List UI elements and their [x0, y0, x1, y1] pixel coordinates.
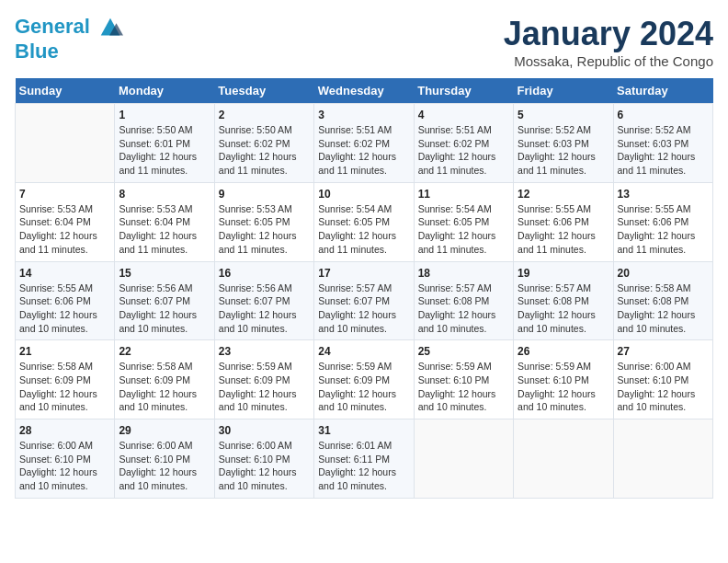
- day-info: Sunrise: 5:58 AM Sunset: 6:09 PM Dayligh…: [119, 360, 210, 414]
- calendar-cell: 7Sunrise: 5:53 AM Sunset: 6:04 PM Daylig…: [16, 182, 115, 261]
- day-info: Sunrise: 5:59 AM Sunset: 6:09 PM Dayligh…: [318, 360, 409, 414]
- day-info: Sunrise: 5:58 AM Sunset: 6:09 PM Dayligh…: [19, 360, 110, 414]
- day-info: Sunrise: 5:55 AM Sunset: 6:06 PM Dayligh…: [518, 202, 609, 257]
- day-info: Sunrise: 5:59 AM Sunset: 6:10 PM Dayligh…: [518, 360, 609, 414]
- day-info: Sunrise: 5:55 AM Sunset: 6:06 PM Dayligh…: [618, 202, 709, 257]
- day-info: Sunrise: 5:59 AM Sunset: 6:09 PM Dayligh…: [219, 360, 310, 414]
- month-year-title: January 2024: [504, 15, 713, 53]
- calendar-week-1: 1Sunrise: 5:50 AM Sunset: 6:01 PM Daylig…: [16, 104, 713, 183]
- day-number: 3: [318, 109, 409, 121]
- day-number: 19: [518, 267, 609, 280]
- weekday-header-friday: Friday: [514, 78, 613, 104]
- day-info: Sunrise: 5:56 AM Sunset: 6:07 PM Dayligh…: [219, 282, 310, 336]
- day-info: Sunrise: 5:55 AM Sunset: 6:06 PM Dayligh…: [19, 282, 110, 336]
- weekday-header-wednesday: Wednesday: [314, 78, 414, 104]
- calendar-cell: 25Sunrise: 5:59 AM Sunset: 6:10 PM Dayli…: [414, 340, 513, 419]
- day-number: 6: [618, 109, 709, 121]
- calendar-table: SundayMondayTuesdayWednesdayThursdayFrid…: [15, 78, 713, 499]
- day-number: 8: [119, 188, 210, 201]
- logo-subtext: Blue: [15, 40, 123, 63]
- calendar-cell: 22Sunrise: 5:58 AM Sunset: 6:09 PM Dayli…: [115, 340, 214, 419]
- day-number: 13: [618, 188, 709, 201]
- calendar-week-4: 21Sunrise: 5:58 AM Sunset: 6:09 PM Dayli…: [16, 340, 713, 419]
- calendar-cell: [16, 104, 115, 183]
- day-number: 22: [119, 345, 210, 358]
- calendar-cell: 23Sunrise: 5:59 AM Sunset: 6:09 PM Dayli…: [214, 340, 313, 419]
- day-info: Sunrise: 5:50 AM Sunset: 6:02 PM Dayligh…: [219, 123, 310, 178]
- calendar-week-3: 14Sunrise: 5:55 AM Sunset: 6:06 PM Dayli…: [16, 261, 713, 340]
- calendar-cell: 5Sunrise: 5:52 AM Sunset: 6:03 PM Daylig…: [514, 104, 613, 183]
- day-info: Sunrise: 5:50 AM Sunset: 6:01 PM Dayligh…: [119, 123, 210, 178]
- weekday-header-sunday: Sunday: [16, 78, 115, 104]
- day-info: Sunrise: 5:58 AM Sunset: 6:08 PM Dayligh…: [618, 282, 709, 336]
- calendar-cell: 27Sunrise: 6:00 AM Sunset: 6:10 PM Dayli…: [613, 340, 712, 419]
- day-info: Sunrise: 6:00 AM Sunset: 6:10 PM Dayligh…: [19, 439, 110, 493]
- day-info: Sunrise: 5:54 AM Sunset: 6:05 PM Dayligh…: [318, 202, 409, 257]
- day-info: Sunrise: 5:52 AM Sunset: 6:03 PM Dayligh…: [618, 123, 709, 178]
- calendar-cell: 26Sunrise: 5:59 AM Sunset: 6:10 PM Dayli…: [514, 340, 613, 419]
- calendar-week-5: 28Sunrise: 6:00 AM Sunset: 6:10 PM Dayli…: [16, 419, 713, 499]
- calendar-cell: 19Sunrise: 5:57 AM Sunset: 6:08 PM Dayli…: [514, 261, 613, 340]
- calendar-cell: 8Sunrise: 5:53 AM Sunset: 6:04 PM Daylig…: [115, 182, 214, 261]
- location-subtitle: Mossaka, Republic of the Congo: [504, 53, 713, 69]
- calendar-cell: 12Sunrise: 5:55 AM Sunset: 6:06 PM Dayli…: [514, 182, 613, 261]
- day-number: 28: [19, 424, 110, 437]
- day-number: 10: [318, 188, 409, 201]
- calendar-cell: 16Sunrise: 5:56 AM Sunset: 6:07 PM Dayli…: [214, 261, 313, 340]
- day-info: Sunrise: 5:53 AM Sunset: 6:05 PM Dayligh…: [219, 202, 310, 257]
- day-info: Sunrise: 5:52 AM Sunset: 6:03 PM Dayligh…: [518, 123, 609, 178]
- day-info: Sunrise: 5:53 AM Sunset: 6:04 PM Dayligh…: [119, 202, 210, 257]
- day-number: 14: [19, 267, 110, 280]
- day-number: 29: [119, 424, 210, 437]
- weekday-header-monday: Monday: [115, 78, 214, 104]
- day-info: Sunrise: 5:51 AM Sunset: 6:02 PM Dayligh…: [418, 123, 509, 178]
- day-number: 26: [518, 345, 609, 358]
- day-number: 5: [518, 109, 609, 121]
- day-info: Sunrise: 5:51 AM Sunset: 6:02 PM Dayligh…: [318, 123, 409, 178]
- weekday-header-thursday: Thursday: [414, 78, 513, 104]
- day-number: 17: [318, 267, 409, 280]
- day-number: 7: [19, 188, 110, 201]
- day-number: 30: [219, 424, 310, 437]
- title-section: January 2024 Mossaka, Republic of the Co…: [504, 15, 713, 69]
- calendar-cell: 17Sunrise: 5:57 AM Sunset: 6:07 PM Dayli…: [314, 261, 414, 340]
- calendar-cell: 1Sunrise: 5:50 AM Sunset: 6:01 PM Daylig…: [115, 104, 214, 183]
- calendar-cell: 18Sunrise: 5:57 AM Sunset: 6:08 PM Dayli…: [414, 261, 513, 340]
- day-number: 27: [618, 345, 709, 358]
- day-info: Sunrise: 5:57 AM Sunset: 6:07 PM Dayligh…: [318, 282, 409, 336]
- day-number: 16: [219, 267, 310, 280]
- day-number: 23: [219, 345, 310, 358]
- day-number: 2: [219, 109, 310, 121]
- day-number: 1: [119, 109, 210, 121]
- day-number: 25: [418, 345, 509, 358]
- calendar-cell: 21Sunrise: 5:58 AM Sunset: 6:09 PM Dayli…: [16, 340, 115, 419]
- day-number: 4: [418, 109, 509, 121]
- calendar-cell: 14Sunrise: 5:55 AM Sunset: 6:06 PM Dayli…: [16, 261, 115, 340]
- day-info: Sunrise: 6:01 AM Sunset: 6:11 PM Dayligh…: [318, 439, 409, 493]
- calendar-cell: 31Sunrise: 6:01 AM Sunset: 6:11 PM Dayli…: [314, 419, 414, 499]
- calendar-week-2: 7Sunrise: 5:53 AM Sunset: 6:04 PM Daylig…: [16, 182, 713, 261]
- day-number: 15: [119, 267, 210, 280]
- logo-text: General: [15, 15, 123, 40]
- calendar-cell: 11Sunrise: 5:54 AM Sunset: 6:05 PM Dayli…: [414, 182, 513, 261]
- calendar-cell: 10Sunrise: 5:54 AM Sunset: 6:05 PM Dayli…: [314, 182, 414, 261]
- calendar-cell: 2Sunrise: 5:50 AM Sunset: 6:02 PM Daylig…: [214, 104, 313, 183]
- calendar-cell: 28Sunrise: 6:00 AM Sunset: 6:10 PM Dayli…: [16, 419, 115, 499]
- calendar-cell: 15Sunrise: 5:56 AM Sunset: 6:07 PM Dayli…: [115, 261, 214, 340]
- day-number: 20: [618, 267, 709, 280]
- calendar-cell: 20Sunrise: 5:58 AM Sunset: 6:08 PM Dayli…: [613, 261, 712, 340]
- day-info: Sunrise: 5:57 AM Sunset: 6:08 PM Dayligh…: [418, 282, 509, 336]
- calendar-cell: [613, 419, 712, 499]
- page-header: General Blue January 2024 Mossaka, Repub…: [15, 15, 713, 69]
- day-info: Sunrise: 6:00 AM Sunset: 6:10 PM Dayligh…: [618, 360, 709, 414]
- day-number: 11: [418, 188, 509, 201]
- calendar-cell: 30Sunrise: 6:00 AM Sunset: 6:10 PM Dayli…: [214, 419, 313, 499]
- calendar-cell: 4Sunrise: 5:51 AM Sunset: 6:02 PM Daylig…: [414, 104, 513, 183]
- calendar-cell: 24Sunrise: 5:59 AM Sunset: 6:09 PM Dayli…: [314, 340, 414, 419]
- day-number: 31: [318, 424, 409, 437]
- calendar-cell: 9Sunrise: 5:53 AM Sunset: 6:05 PM Daylig…: [214, 182, 313, 261]
- logo: General Blue: [15, 15, 123, 63]
- day-info: Sunrise: 5:57 AM Sunset: 6:08 PM Dayligh…: [518, 282, 609, 336]
- day-number: 18: [418, 267, 509, 280]
- day-number: 9: [219, 188, 310, 201]
